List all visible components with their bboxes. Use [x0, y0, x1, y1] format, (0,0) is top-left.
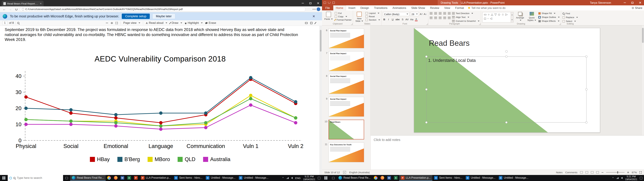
network-icon[interactable]	[286, 177, 289, 179]
resize-handle-se[interactable]	[585, 121, 588, 124]
draw-button[interactable]: Draw	[170, 21, 182, 25]
resize-handle-nw[interactable]	[425, 56, 428, 58]
resize-handle-n[interactable]	[505, 56, 508, 58]
taskbar-button-sent-items-hbnc[interactable]: Sent Items - hbnc...	[432, 175, 464, 181]
hidden-icons-chevron[interactable]: ^	[612, 177, 614, 179]
taskbar-icon-firefox[interactable]	[112, 175, 119, 181]
start-button[interactable]	[0, 175, 8, 181]
complete-setup-button[interactable]: Complete setup	[122, 14, 150, 19]
undo-icon[interactable]	[328, 2, 330, 4]
clock[interactable]: 5:21 PM 19/04/2021	[625, 175, 637, 181]
paragraph-dialog-launcher[interactable]	[479, 23, 480, 25]
paste-button[interactable]: Paste	[324, 11, 334, 22]
shape-item[interactable]: ▭	[484, 13, 486, 16]
reset-button[interactable]: Reset	[366, 15, 380, 18]
shape-fill-button[interactable]: Shape Fill	[538, 12, 560, 14]
minimize-button[interactable]	[299, 0, 306, 6]
ribbon-tab-animations[interactable]: Animations	[390, 5, 409, 10]
shape-item[interactable]: ◦	[488, 17, 488, 20]
shape-item[interactable]: ▽	[494, 13, 496, 16]
ribbon-tab-insert[interactable]: Insert	[346, 5, 358, 10]
clipboard-dialog-launcher[interactable]	[351, 23, 352, 25]
align-left-icon[interactable]	[430, 17, 432, 19]
profile-avatar[interactable]	[317, 7, 320, 11]
find-button[interactable]: Find	[562, 12, 578, 15]
taskbar-button-lla-presentation-p[interactable]: LLA Presentation.p...	[139, 175, 172, 181]
banner-close-icon[interactable]	[312, 15, 315, 18]
text-direction-button[interactable]: Text Direction	[452, 12, 480, 14]
pdf-scrollbar[interactable]	[319, 26, 322, 175]
shrink-font-button[interactable]: A↓	[424, 12, 427, 16]
rotation-handle[interactable]	[505, 50, 508, 52]
taskbar-button-sent-items-hbnc[interactable]: Sent Items - hbnc...	[172, 175, 204, 181]
taskbar-button-untitled-message[interactable]: Untitled - Message...	[204, 175, 237, 181]
taskbar-icon-word[interactable]	[386, 175, 392, 181]
notes-pane[interactable]: Click to add notes	[371, 136, 644, 170]
section-button[interactable]: Section	[366, 18, 380, 21]
drawing-dialog-launcher[interactable]	[559, 23, 561, 25]
spellcheck-icon[interactable]: ✓	[343, 171, 346, 174]
underline-button[interactable]: U	[391, 18, 394, 21]
notes-toggle[interactable]: Notes	[556, 171, 562, 174]
volume-icon[interactable]	[291, 177, 293, 179]
ribbon-tab-slide-show[interactable]: Slide Show	[409, 5, 428, 10]
resize-handle-e[interactable]	[585, 88, 588, 90]
scrollbar-thumb[interactable]	[642, 28, 644, 43]
slide-thumbnail-11[interactable]: Key Outcomes for Youth	[328, 142, 364, 162]
tab-close-icon[interactable]	[40, 3, 42, 4]
highlight-button[interactable]: Highlight	[185, 21, 202, 25]
new-slide-button[interactable]: New Slide	[354, 11, 364, 22]
taskbar-icon-chrome[interactable]	[372, 175, 379, 181]
save-icon[interactable]	[310, 22, 312, 24]
back-icon[interactable]: ←	[2, 7, 7, 12]
task-view-button[interactable]	[330, 175, 337, 181]
taskbar-icon-powerpoint[interactable]	[132, 175, 139, 181]
bold-button[interactable]: B	[383, 18, 386, 21]
taskbar-button-read-bears-final-re[interactable]: Read Bears Final Re...	[337, 175, 372, 181]
taskbar-icon-excel[interactable]	[392, 175, 399, 181]
network-icon[interactable]	[616, 177, 618, 179]
line-spacing-icon[interactable]	[448, 12, 451, 14]
character-spacing-button[interactable]: AV	[405, 18, 409, 21]
refresh-icon[interactable]	[14, 7, 19, 12]
layout-button[interactable]: Layout	[366, 12, 380, 14]
increase-indent-icon[interactable]	[443, 12, 446, 14]
annotate-pencil-icon[interactable]	[315, 22, 316, 24]
language-indicator[interactable]: ENG	[295, 177, 301, 180]
shape-item[interactable]: △	[491, 13, 493, 16]
shape-item[interactable]: ○	[488, 13, 490, 16]
slide-title[interactable]: Read Bears	[429, 38, 470, 48]
read-aloud-button[interactable]: ARead aloud	[146, 21, 167, 25]
taskbar-icon-excel[interactable]	[126, 175, 132, 181]
taskbar-button-lla-presentation-p[interactable]: LLA Presentation.p...	[399, 175, 432, 181]
replace-button[interactable]: Replace	[562, 16, 578, 18]
slideshow-icon[interactable]	[596, 171, 599, 174]
taskbar-search[interactable]	[8, 175, 63, 181]
font-color-button[interactable]: A	[415, 18, 418, 21]
page-view-button[interactable]: Page view	[123, 21, 140, 25]
align-right-icon[interactable]	[439, 17, 442, 19]
select-button[interactable]: Select	[562, 20, 578, 22]
grow-font-button[interactable]: A↑	[420, 12, 423, 16]
share-button[interactable]: Share	[632, 5, 642, 10]
close-button[interactable]	[314, 0, 322, 6]
shape-item[interactable]: ◇	[498, 13, 500, 16]
ribbon-tab-design[interactable]: Design	[358, 5, 372, 10]
shape-item[interactable]: ◁	[490, 17, 492, 20]
language-status[interactable]: English (Australia)	[349, 171, 370, 174]
print-icon[interactable]	[305, 22, 308, 24]
shape-outline-button[interactable]: Shape Outline	[538, 16, 560, 18]
action-center-icon[interactable]	[318, 177, 320, 179]
action-center-icon[interactable]	[640, 177, 642, 179]
zoom-in-icon[interactable]	[627, 172, 629, 173]
comments-toggle[interactable]: Comments	[565, 171, 578, 174]
close-button[interactable]	[636, 0, 644, 5]
taskbar-icon-word[interactable]	[119, 175, 126, 181]
taskbar-button-untitled-message[interactable]: Untitled - Message...	[497, 175, 530, 181]
hidden-icons-chevron[interactable]: ^	[282, 177, 284, 179]
slide-10[interactable]: Read Bears 1. Understand Local Data	[414, 28, 600, 132]
resize-handle-s[interactable]	[505, 121, 508, 124]
font-dialog-launcher[interactable]	[426, 23, 428, 25]
slide-thumbnail-10[interactable]: Read Bears	[328, 120, 364, 140]
shape-gallery[interactable]: ▭○△▽◇☆▷◻◦◁	[482, 12, 511, 22]
